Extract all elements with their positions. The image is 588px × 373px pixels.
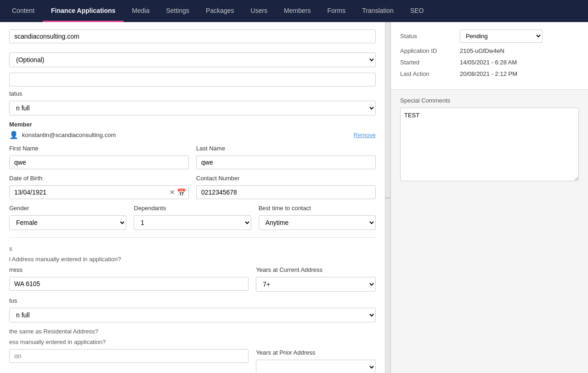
nav-item-members[interactable]: Members — [276, 0, 319, 22]
status-label: tatus — [9, 90, 376, 97]
dependants-select[interactable]: 1 0 2 3 — [134, 215, 251, 230]
nav-item-users[interactable]: Users — [243, 0, 276, 22]
address-label: rress — [9, 266, 249, 273]
contact-group: Contact Number — [196, 175, 376, 199]
last-action-value: 20/08/2021 - 2:12 PM — [460, 70, 517, 77]
status-select[interactable]: n full — [9, 101, 376, 115]
address-group: rress — [9, 266, 249, 291]
prior-address-question: ess manually entered in application? — [9, 339, 376, 345]
optional-input[interactable] — [9, 73, 376, 86]
special-comments-label: Special Comments — [400, 97, 579, 104]
email-section — [9, 29, 376, 47]
status-dropdown[interactable]: Pending Approved Declined In Progress — [460, 29, 543, 43]
last-name-input[interactable] — [196, 155, 376, 169]
address-status-group: tus n full Renting Boarding — [9, 297, 376, 322]
dob-calendar-button[interactable]: 📅 — [177, 188, 186, 197]
years-prior-select[interactable] — [256, 360, 376, 373]
dob-label: Date of Birth — [9, 175, 189, 182]
gender-label: Gender — [9, 205, 126, 212]
app-id-value: 2105-uGfDw4eN — [460, 47, 504, 54]
nav-item-media[interactable]: Media — [124, 0, 158, 22]
status-group: tatus n full — [9, 90, 376, 115]
nav-item-finance-applications[interactable]: Finance Applications — [43, 0, 124, 22]
same-as-residential-label: the same as Residental Address? — [9, 328, 376, 335]
started-row: Started 14/05/2021 - 6:28 AM — [400, 59, 579, 66]
address-row: rress Years at Current Address 7+ 1 2-3 … — [9, 266, 376, 292]
left-panel: (Optional) tatus n full Member 👤 konstan… — [0, 22, 385, 373]
right-panel: Status Pending Approved Declined In Prog… — [390, 22, 588, 373]
nav-item-forms[interactable]: Forms — [319, 0, 354, 22]
app-id-row: Application ID 2105-uGfDw4eN — [400, 47, 579, 54]
dob-clear-button[interactable]: ✕ — [170, 189, 175, 196]
years-current-group: Years at Current Address 7+ 1 2-3 4-6 — [256, 266, 376, 292]
contact-input[interactable] — [196, 185, 376, 199]
resize-handle[interactable]: ↔ — [385, 22, 390, 373]
best-time-group: Best time to contact Anytime Morning Aft… — [259, 205, 376, 230]
years-prior-label: Years at Prior Address — [256, 349, 376, 356]
member-section: Member 👤 konstantin@scandiaconsulting.co… — [9, 121, 376, 139]
member-email: konstantin@scandiaconsulting.com — [22, 132, 116, 138]
last-name-group: Last Name — [196, 145, 376, 169]
dob-contact-row: Date of Birth ✕ 📅 Contact Number — [9, 175, 376, 199]
best-time-select[interactable]: Anytime Morning Afternoon — [259, 215, 376, 230]
years-current-label: Years at Current Address — [256, 266, 376, 273]
prior-address-input[interactable] — [9, 349, 249, 363]
comments-panel: Special Comments — [391, 90, 588, 373]
top-navigation: Content Finance Applications Media Setti… — [0, 0, 588, 22]
app-id-label: Application ID — [400, 47, 460, 54]
dob-input[interactable] — [9, 185, 189, 199]
last-action-row: Last Action 20/08/2021 - 2:12 PM — [400, 70, 579, 77]
years-prior-group: Years at Prior Address — [256, 349, 376, 373]
optional-select-section: (Optional) — [9, 52, 376, 67]
status-field-label: Status — [400, 33, 460, 40]
gender-group: Gender Female Male Other — [9, 205, 126, 230]
nav-item-translation[interactable]: Translation — [354, 0, 402, 22]
started-label: Started — [400, 59, 460, 66]
name-row: First Name Last Name — [9, 145, 376, 169]
gender-row: Gender Female Male Other Dependants 1 0 … — [9, 205, 376, 230]
best-time-label: Best time to contact — [259, 205, 376, 212]
last-action-label: Last Action — [400, 70, 460, 77]
dob-group: Date of Birth ✕ 📅 — [9, 175, 189, 199]
last-name-label: Last Name — [196, 145, 376, 152]
address-status-select[interactable]: n full Renting Boarding — [9, 308, 376, 322]
optional-select[interactable]: (Optional) — [9, 52, 376, 67]
prior-address-group — [9, 349, 249, 363]
years-current-select[interactable]: 7+ 1 2-3 4-6 — [256, 277, 376, 292]
first-name-label: First Name — [9, 145, 189, 152]
gender-select[interactable]: Female Male Other — [9, 215, 126, 230]
remove-button[interactable]: Remove — [354, 132, 376, 138]
address-status-label: tus — [9, 297, 376, 304]
prior-address-row: Years at Prior Address — [9, 349, 376, 373]
first-name-group: First Name — [9, 145, 189, 169]
status-row: Status Pending Approved Declined In Prog… — [400, 29, 579, 43]
status-panel: Status Pending Approved Declined In Prog… — [391, 22, 588, 90]
nav-item-seo[interactable]: SEO — [402, 0, 432, 22]
email-input[interactable] — [9, 29, 376, 43]
member-email-row: 👤 konstantin@scandiaconsulting.com Remov… — [9, 131, 376, 139]
section-divider-1 — [9, 237, 376, 238]
started-value: 14/05/2021 - 6:28 AM — [460, 59, 517, 66]
contact-label: Contact Number — [196, 175, 376, 182]
optional-input-section — [9, 73, 376, 86]
main-container: (Optional) tatus n full Member 👤 konstan… — [0, 22, 588, 373]
dob-input-wrap: ✕ 📅 — [9, 185, 189, 199]
address-status-row: tus n full Renting Boarding — [9, 297, 376, 322]
first-name-input[interactable] — [9, 155, 189, 169]
dependants-group: Dependants 1 0 2 3 — [134, 205, 251, 230]
address-section-label: s — [9, 245, 376, 252]
member-icon: 👤 — [9, 131, 18, 139]
address-input[interactable] — [9, 277, 249, 291]
nav-item-packages[interactable]: Packages — [198, 0, 242, 22]
address-manually-question: l Address manually entered in applicatio… — [9, 256, 376, 263]
nav-item-content[interactable]: Content — [4, 0, 43, 22]
special-comments-textarea[interactable] — [400, 108, 579, 181]
dependants-label: Dependants — [134, 205, 251, 212]
status-section: tatus n full — [9, 90, 376, 115]
nav-item-settings[interactable]: Settings — [158, 0, 198, 22]
member-label: Member — [9, 121, 376, 128]
